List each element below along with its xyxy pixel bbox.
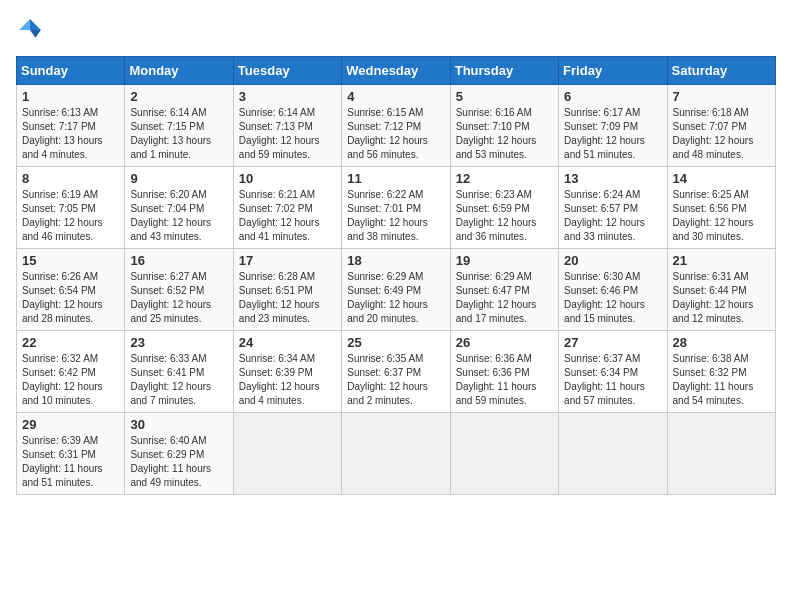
day-number: 28 [673,335,770,350]
day-info: Sunrise: 6:22 AMSunset: 7:01 PMDaylight:… [347,189,428,242]
calendar-cell: 13 Sunrise: 6:24 AMSunset: 6:57 PMDaylig… [559,167,667,249]
weekday-header: Wednesday [342,57,450,85]
day-number: 9 [130,171,227,186]
day-number: 14 [673,171,770,186]
calendar-cell: 20 Sunrise: 6:30 AMSunset: 6:46 PMDaylig… [559,249,667,331]
day-info: Sunrise: 6:30 AMSunset: 6:46 PMDaylight:… [564,271,645,324]
day-info: Sunrise: 6:21 AMSunset: 7:02 PMDaylight:… [239,189,320,242]
calendar-cell: 11 Sunrise: 6:22 AMSunset: 7:01 PMDaylig… [342,167,450,249]
day-number: 4 [347,89,444,104]
day-number: 7 [673,89,770,104]
calendar-cell: 21 Sunrise: 6:31 AMSunset: 6:44 PMDaylig… [667,249,775,331]
day-number: 3 [239,89,336,104]
calendar-cell: 23 Sunrise: 6:33 AMSunset: 6:41 PMDaylig… [125,331,233,413]
day-info: Sunrise: 6:13 AMSunset: 7:17 PMDaylight:… [22,107,103,160]
calendar-cell: 6 Sunrise: 6:17 AMSunset: 7:09 PMDayligh… [559,85,667,167]
day-info: Sunrise: 6:15 AMSunset: 7:12 PMDaylight:… [347,107,428,160]
calendar-row: 1 Sunrise: 6:13 AMSunset: 7:17 PMDayligh… [17,85,776,167]
calendar-cell: 19 Sunrise: 6:29 AMSunset: 6:47 PMDaylig… [450,249,558,331]
day-number: 20 [564,253,661,268]
svg-marker-2 [19,19,30,30]
calendar-cell [450,413,558,495]
day-info: Sunrise: 6:31 AMSunset: 6:44 PMDaylight:… [673,271,754,324]
weekday-header: Saturday [667,57,775,85]
calendar-cell: 12 Sunrise: 6:23 AMSunset: 6:59 PMDaylig… [450,167,558,249]
day-number: 23 [130,335,227,350]
calendar-cell [342,413,450,495]
day-number: 15 [22,253,119,268]
logo-icon [16,16,44,44]
day-info: Sunrise: 6:14 AMSunset: 7:13 PMDaylight:… [239,107,320,160]
day-number: 16 [130,253,227,268]
day-info: Sunrise: 6:24 AMSunset: 6:57 PMDaylight:… [564,189,645,242]
day-number: 11 [347,171,444,186]
day-number: 1 [22,89,119,104]
day-number: 12 [456,171,553,186]
calendar-cell: 16 Sunrise: 6:27 AMSunset: 6:52 PMDaylig… [125,249,233,331]
calendar-row: 29 Sunrise: 6:39 AMSunset: 6:31 PMDaylig… [17,413,776,495]
calendar-cell: 4 Sunrise: 6:15 AMSunset: 7:12 PMDayligh… [342,85,450,167]
day-info: Sunrise: 6:36 AMSunset: 6:36 PMDaylight:… [456,353,537,406]
day-info: Sunrise: 6:40 AMSunset: 6:29 PMDaylight:… [130,435,211,488]
calendar-cell: 3 Sunrise: 6:14 AMSunset: 7:13 PMDayligh… [233,85,341,167]
day-info: Sunrise: 6:25 AMSunset: 6:56 PMDaylight:… [673,189,754,242]
logo [16,16,48,44]
weekday-header: Thursday [450,57,558,85]
calendar-cell: 28 Sunrise: 6:38 AMSunset: 6:32 PMDaylig… [667,331,775,413]
calendar-table: SundayMondayTuesdayWednesdayThursdayFrid… [16,56,776,495]
calendar-cell: 27 Sunrise: 6:37 AMSunset: 6:34 PMDaylig… [559,331,667,413]
day-info: Sunrise: 6:38 AMSunset: 6:32 PMDaylight:… [673,353,754,406]
calendar-cell: 15 Sunrise: 6:26 AMSunset: 6:54 PMDaylig… [17,249,125,331]
day-info: Sunrise: 6:29 AMSunset: 6:47 PMDaylight:… [456,271,537,324]
calendar-cell: 5 Sunrise: 6:16 AMSunset: 7:10 PMDayligh… [450,85,558,167]
day-number: 10 [239,171,336,186]
calendar-cell: 29 Sunrise: 6:39 AMSunset: 6:31 PMDaylig… [17,413,125,495]
day-number: 19 [456,253,553,268]
calendar-cell: 18 Sunrise: 6:29 AMSunset: 6:49 PMDaylig… [342,249,450,331]
day-number: 24 [239,335,336,350]
weekday-header: Tuesday [233,57,341,85]
day-info: Sunrise: 6:18 AMSunset: 7:07 PMDaylight:… [673,107,754,160]
day-info: Sunrise: 6:16 AMSunset: 7:10 PMDaylight:… [456,107,537,160]
day-number: 27 [564,335,661,350]
calendar-cell: 9 Sunrise: 6:20 AMSunset: 7:04 PMDayligh… [125,167,233,249]
calendar-row: 8 Sunrise: 6:19 AMSunset: 7:05 PMDayligh… [17,167,776,249]
svg-marker-0 [30,19,41,30]
calendar-cell: 22 Sunrise: 6:32 AMSunset: 6:42 PMDaylig… [17,331,125,413]
day-number: 5 [456,89,553,104]
day-info: Sunrise: 6:39 AMSunset: 6:31 PMDaylight:… [22,435,103,488]
weekday-header: Sunday [17,57,125,85]
day-info: Sunrise: 6:28 AMSunset: 6:51 PMDaylight:… [239,271,320,324]
calendar-row: 22 Sunrise: 6:32 AMSunset: 6:42 PMDaylig… [17,331,776,413]
day-info: Sunrise: 6:26 AMSunset: 6:54 PMDaylight:… [22,271,103,324]
day-info: Sunrise: 6:33 AMSunset: 6:41 PMDaylight:… [130,353,211,406]
day-info: Sunrise: 6:29 AMSunset: 6:49 PMDaylight:… [347,271,428,324]
day-info: Sunrise: 6:23 AMSunset: 6:59 PMDaylight:… [456,189,537,242]
page-header [16,16,776,44]
calendar-cell: 7 Sunrise: 6:18 AMSunset: 7:07 PMDayligh… [667,85,775,167]
day-number: 18 [347,253,444,268]
day-info: Sunrise: 6:35 AMSunset: 6:37 PMDaylight:… [347,353,428,406]
day-info: Sunrise: 6:19 AMSunset: 7:05 PMDaylight:… [22,189,103,242]
day-number: 21 [673,253,770,268]
day-number: 8 [22,171,119,186]
day-number: 17 [239,253,336,268]
day-number: 26 [456,335,553,350]
calendar-cell [559,413,667,495]
day-number: 22 [22,335,119,350]
calendar-cell: 2 Sunrise: 6:14 AMSunset: 7:15 PMDayligh… [125,85,233,167]
calendar-cell: 17 Sunrise: 6:28 AMSunset: 6:51 PMDaylig… [233,249,341,331]
calendar-cell: 8 Sunrise: 6:19 AMSunset: 7:05 PMDayligh… [17,167,125,249]
calendar-cell [667,413,775,495]
day-info: Sunrise: 6:37 AMSunset: 6:34 PMDaylight:… [564,353,645,406]
day-number: 6 [564,89,661,104]
day-info: Sunrise: 6:32 AMSunset: 6:42 PMDaylight:… [22,353,103,406]
calendar-cell: 25 Sunrise: 6:35 AMSunset: 6:37 PMDaylig… [342,331,450,413]
day-number: 13 [564,171,661,186]
day-info: Sunrise: 6:27 AMSunset: 6:52 PMDaylight:… [130,271,211,324]
calendar-cell: 26 Sunrise: 6:36 AMSunset: 6:36 PMDaylig… [450,331,558,413]
weekday-header: Friday [559,57,667,85]
day-info: Sunrise: 6:34 AMSunset: 6:39 PMDaylight:… [239,353,320,406]
day-info: Sunrise: 6:17 AMSunset: 7:09 PMDaylight:… [564,107,645,160]
svg-marker-1 [30,30,41,38]
